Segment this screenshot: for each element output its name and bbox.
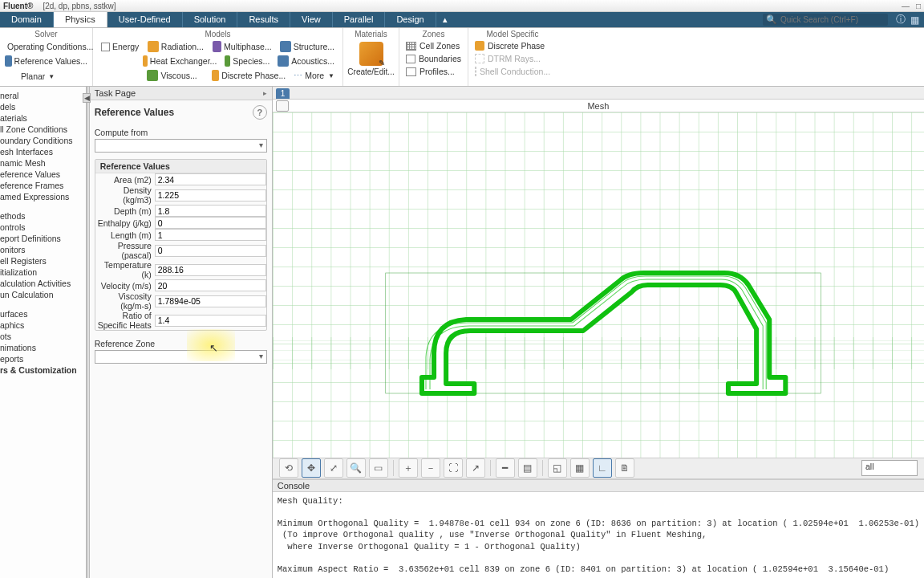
tab-results[interactable]: Results	[237, 12, 290, 27]
heat-exchanger-button[interactable]: Heat Exchanger...	[140, 55, 220, 67]
multi-view-button[interactable]: ▦	[570, 458, 590, 478]
outline-item[interactable]: un Calculation	[0, 289, 86, 300]
outline-item[interactable]: aphics	[0, 320, 86, 331]
pan-button[interactable]: ✥	[302, 458, 321, 478]
maximize-icon[interactable]: □	[916, 2, 921, 10]
outline-item[interactable]: eference Frames	[0, 180, 86, 191]
reference-value-input[interactable]	[155, 189, 266, 201]
reference-value-input[interactable]	[155, 205, 266, 217]
probe-button[interactable]: ↗	[466, 458, 485, 478]
tab-physics[interactable]: Physics	[54, 12, 107, 27]
viscous-icon	[147, 70, 158, 81]
zoom-in-button[interactable]: ＋	[399, 458, 418, 478]
tab-design[interactable]: Design	[385, 12, 436, 27]
fit-button[interactable]: ⛶	[444, 458, 463, 478]
ribbon-expand-icon[interactable]: ▴	[436, 12, 454, 27]
operating-conditions-button[interactable]: Operating Conditions...	[5, 40, 87, 53]
outline-item[interactable]: oundary Conditions	[0, 135, 86, 146]
layers-button[interactable]: ▤	[518, 458, 537, 478]
group-label-models: Models	[98, 30, 338, 39]
snapshot-button[interactable]: 🗎	[615, 458, 634, 478]
mesh-canvas[interactable]	[273, 112, 924, 458]
reference-zone-select[interactable]	[95, 350, 267, 364]
energy-checkbox[interactable]: Energy	[98, 40, 143, 53]
cell-zones-button[interactable]: Cell Zones	[404, 40, 463, 51]
display-select[interactable]: all	[861, 460, 918, 476]
create-edit-materials-button[interactable]: Create/Edit...	[348, 40, 394, 78]
species-button[interactable]: Species...	[221, 55, 273, 67]
outline-item[interactable]: itialization	[0, 267, 86, 278]
outline-item[interactable]: esh Interfaces	[0, 146, 86, 157]
collapse-handle[interactable]: ◀	[83, 93, 91, 103]
structure-button[interactable]: Structure...	[277, 40, 338, 53]
graphics-tab-1[interactable]: 1	[276, 88, 290, 99]
minimize-icon[interactable]: —	[902, 2, 910, 10]
ruler-button[interactable]: ━	[496, 458, 515, 478]
more-button[interactable]: ⋯More▼	[290, 69, 338, 82]
reference-value-input[interactable]	[155, 279, 266, 291]
reference-value-input[interactable]	[155, 245, 266, 257]
outline-item[interactable]: onitors	[0, 244, 86, 255]
acoustics-button[interactable]: Acoustics...	[274, 55, 338, 67]
outline-item[interactable]: neral	[0, 90, 86, 101]
reference-value-label: Ratio of Specific Heats	[95, 311, 155, 330]
reference-value-input[interactable]	[155, 217, 266, 229]
compute-from-select[interactable]	[95, 139, 267, 153]
boundaries-button[interactable]: Boundaries	[404, 53, 463, 64]
zoom-out-button[interactable]: －	[421, 458, 440, 478]
outline-item[interactable]: ontrols	[0, 222, 86, 233]
profiles-button[interactable]: Profiles...	[404, 66, 463, 77]
outline-item[interactable]: nimations	[0, 342, 86, 353]
axes-button[interactable]: ∟	[593, 458, 612, 478]
reference-value-input[interactable]	[155, 264, 266, 276]
outline-item[interactable]: aterials	[0, 112, 86, 124]
reference-value-row: Pressure (pascal)	[95, 241, 266, 260]
outline-item[interactable]: ll Zone Conditions	[0, 124, 86, 135]
tab-user-defined[interactable]: User-Defined	[107, 12, 183, 27]
help-button[interactable]: ?	[253, 105, 267, 120]
outline-tree[interactable]: neraldelsaterialsll Zone Conditionsounda…	[0, 87, 87, 578]
outline-item[interactable]: alculation Activities	[0, 278, 86, 289]
tab-solution[interactable]: Solution	[183, 12, 238, 27]
orbit-button[interactable]: ⤢	[324, 458, 343, 478]
radiation-button[interactable]: Radiation...	[144, 40, 208, 53]
reference-value-input[interactable]	[155, 229, 266, 241]
tab-domain[interactable]: Domain	[0, 12, 54, 27]
reference-value-row: Viscosity (kg/m-s)	[95, 291, 266, 311]
discrete-phase-button[interactable]: Discrete Phase...	[209, 69, 289, 82]
shell-icon	[475, 67, 476, 76]
outline-item[interactable]: ell Registers	[0, 255, 86, 267]
planar-select[interactable]: Planar▼	[5, 71, 87, 82]
outline-item[interactable]: rs & Customization	[0, 364, 86, 376]
tab-view[interactable]: View	[290, 12, 333, 27]
outline-item[interactable]: ots	[0, 331, 86, 342]
console-output[interactable]: Mesh Quality: Minimum Orthogonal Quality…	[273, 492, 924, 578]
reference-value-input[interactable]	[155, 173, 266, 185]
reference-value-input[interactable]	[155, 295, 266, 307]
reference-values-button[interactable]: Reference Values...	[5, 55, 87, 67]
help-icon[interactable]: ⓘ	[896, 13, 906, 26]
outline-item[interactable]: urfaces	[0, 308, 86, 320]
settings-icon[interactable]: ▦	[910, 14, 919, 26]
collapse-task-icon[interactable]: ▸	[263, 89, 267, 97]
rotate-button[interactable]: ⟲	[279, 458, 298, 478]
multiphase-button[interactable]: Multiphase...	[209, 40, 275, 53]
outline-item[interactable]: namic Mesh	[0, 157, 86, 169]
outline-item[interactable]: ethods	[0, 210, 86, 222]
graphics-options-button[interactable]	[276, 100, 289, 112]
search-input[interactable]	[780, 15, 885, 24]
ms-discrete-phase-button[interactable]: Discrete Phase	[473, 40, 552, 51]
reference-value-input[interactable]	[155, 315, 266, 327]
outline-item[interactable]: eports	[0, 353, 86, 364]
outline-item[interactable]: eference Values	[0, 169, 86, 180]
outline-item[interactable]: dels	[0, 101, 86, 112]
outline-item[interactable]: amed Expressions	[0, 191, 86, 202]
outline-item[interactable]: eport Definitions	[0, 233, 86, 244]
quick-search[interactable]: 🔍	[763, 14, 888, 26]
zoom-button[interactable]: 🔍	[346, 458, 366, 478]
reference-icon	[5, 55, 12, 67]
tab-parallel[interactable]: Parallel	[333, 12, 386, 27]
viscous-button[interactable]: Viscous...	[144, 69, 207, 82]
box-zoom-button[interactable]: ▭	[369, 458, 388, 478]
cube-button[interactable]: ◱	[548, 458, 567, 478]
